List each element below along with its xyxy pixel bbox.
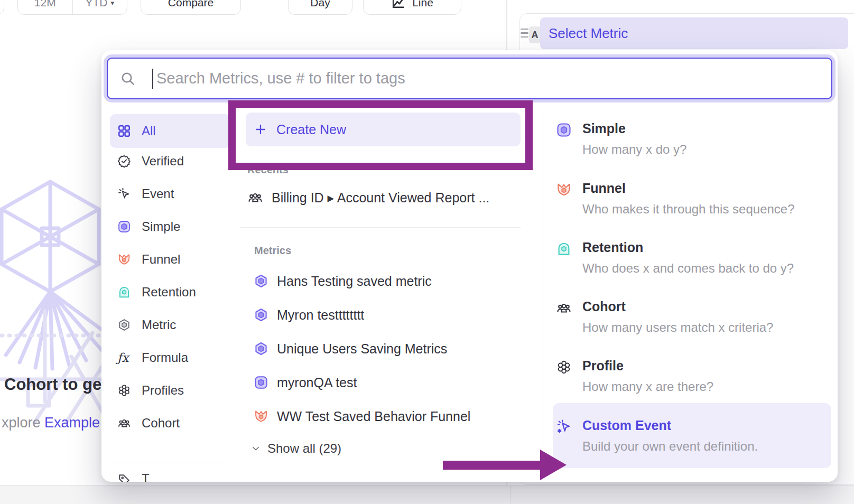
category-label: Funnel [142,252,180,267]
type-title: Funnel [582,181,626,196]
select-metric-button[interactable]: Select Metric [540,17,848,49]
line-chart-type-button[interactable]: Line [363,0,461,15]
recent-item-billing[interactable]: Billing ID ▸ Account Viewed Report ... [245,186,489,209]
type-description: Build your own event definition. [582,439,758,454]
type-description: How many x do y? [582,142,686,157]
category-all[interactable]: All [110,114,230,148]
type-description: Who makes it through this sequence? [582,202,795,217]
category-label: Metric [142,318,176,332]
category-label: T [142,471,150,482]
explore-text-fragment: xplore [2,415,44,431]
recents-metrics-divider [240,227,521,228]
metric-item-label: Hans Testing saved metric [277,274,432,289]
type-title: Profile [582,358,624,374]
formula-fx-icon: ƒx [117,351,131,365]
range-ytd-label: YTD [85,0,107,9]
type-title: Custom Event [582,418,671,433]
chevron-down-icon: ▾ [110,0,114,7]
line-label: Line [412,0,433,9]
search-input[interactable] [156,59,791,98]
type-simple[interactable]: Simple How many x do y? [553,121,831,170]
show-all-toggle[interactable]: Show all (29) [250,441,341,456]
category-label: Event [142,186,174,201]
profiles-flower-icon [556,359,572,375]
cohort-people-icon [556,300,572,316]
simple-metric-icon [117,220,131,234]
compare-label: Compare [168,0,214,9]
type-title: Simple [582,121,626,136]
metric-item[interactable]: Unique Users Saving Metrics [252,338,447,360]
funnel-icon [117,253,131,266]
chevron-down-icon [250,443,261,454]
show-all-label: Show all (29) [267,441,341,456]
app-screen: 12M YTD ▾ Compare Day Line A [0,0,854,504]
retention-icon [556,241,572,257]
metric-hexagon-icon [117,318,131,332]
annotation-rectangle [228,100,533,170]
range-12m-button[interactable]: 12M [18,0,72,14]
type-funnel[interactable]: Funnel Who makes it through this sequenc… [553,181,831,229]
empty-state-explore-line: xplore Example R [2,415,114,431]
compare-button[interactable]: Compare [141,0,241,15]
type-description: Who does x and comes back to do y? [582,261,794,276]
simple-metric-icon [556,122,572,138]
category-verified[interactable]: Verified [110,146,230,176]
category-label: Simple [142,219,180,234]
category-label: Retention [142,285,196,300]
simple-metric-icon [254,375,268,390]
retention-icon [117,285,131,299]
annotation-arrow [443,461,541,470]
type-title: Cohort [582,299,626,314]
recent-item-label: Billing ID ▸ Account Viewed Report ... [272,190,489,206]
series-a-badge: A [529,26,541,43]
profiles-flower-icon [117,384,131,397]
metric-item-label: Myron testttttttt [277,307,364,323]
category-retention[interactable]: Retention [110,277,230,307]
category-label: All [142,124,156,138]
day-granularity-button[interactable]: Day [288,0,352,15]
type-title: Retention [582,240,643,255]
category-partial-clipped[interactable]: T [117,473,150,482]
text-caret [152,69,153,89]
category-label: Formula [142,350,188,365]
category-cohort[interactable]: Cohort [110,408,230,438]
grid-icon [117,124,131,138]
cohort-people-icon [117,416,131,430]
search-icon [119,70,136,87]
series-a-label: A [532,30,539,41]
category-funnel[interactable]: Funnel [110,244,230,275]
type-retention[interactable]: Retention Who does x and comes back to d… [553,240,831,288]
funnel-icon [556,182,572,198]
metric-item[interactable]: Myron testttttttt [252,304,364,326]
category-label: Cohort [142,416,180,431]
metric-item-label: Unique Users Saving Metrics [277,341,447,357]
type-cohort[interactable]: Cohort How many users match x criteria? [553,299,831,348]
canvas-bottom-strip [0,485,854,504]
category-profiles[interactable]: Profiles [110,375,230,406]
category-event[interactable]: Event [110,179,230,209]
sidebar-divider [108,462,229,462]
custom-event-sparkle-cursor-icon [556,419,572,435]
verified-badge-icon [117,154,131,168]
drag-handle-icon[interactable] [521,29,528,40]
metrics-header: Metrics [254,245,291,257]
empty-state-headline-fragment: Cohort to ge [4,375,101,394]
metric-item[interactable]: myronQA test [252,371,357,394]
category-metric[interactable]: Metric [110,310,230,340]
metric-item[interactable]: Hans Testing saved metric [252,270,432,292]
day-label: Day [310,0,330,9]
clipped-left-button[interactable] [0,0,4,15]
bottom-strip-divider [510,485,510,504]
category-formula[interactable]: ƒx Formula [110,342,230,373]
category-label: Verified [142,154,184,169]
metric-item[interactable]: WW Test Saved Behavior Funnel [252,405,470,427]
type-profile[interactable]: Profile How many x are there? [553,358,831,407]
saved-metric-hexagon-icon [254,274,268,288]
tag-icon [117,473,131,482]
range-12m-label: 12M [34,0,56,9]
range-ytd-button[interactable]: YTD ▾ [72,0,127,14]
saved-metric-hexagon-icon [254,341,268,356]
cohort-people-icon [247,190,263,206]
category-simple[interactable]: Simple [110,211,230,242]
type-custom-event[interactable]: Custom Event Build your own event defini… [553,418,831,466]
